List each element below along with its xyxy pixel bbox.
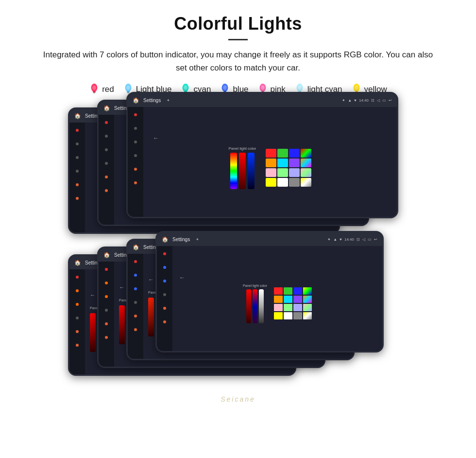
back-arrow-bd2: ← <box>119 284 125 291</box>
color-label-red: red <box>102 85 114 94</box>
svg-point-19 <box>261 86 264 90</box>
scr-icon-bd4: ▭ <box>368 237 372 242</box>
svg-rect-1 <box>93 91 96 93</box>
color-item-red: red <box>89 83 114 96</box>
grid-cell <box>301 178 311 187</box>
sidebar-bd3 <box>128 254 143 359</box>
grid-cell <box>289 149 300 158</box>
red-panel-strip-bd3 <box>148 298 154 336</box>
time-bd4: 14:40 <box>344 237 354 242</box>
svg-rect-5 <box>127 91 130 93</box>
vol-icon-bd4: ◁ <box>362 237 365 242</box>
grid-cell <box>289 168 300 177</box>
sidebar-bd1 <box>69 269 85 374</box>
svg-point-15 <box>223 86 227 90</box>
cam-icon-bd4: ⊡ <box>357 237 360 242</box>
red-panel-strip-bd2 <box>119 305 125 344</box>
settings-title-d3: Settings <box>143 98 161 103</box>
top-device-3: 🏠 Settings ✦ ✦ ▲ ♥ 14:40 ⊡ ◁ ▭ ↩ <box>126 92 398 218</box>
home-icon-d3: 🏠 <box>133 97 139 104</box>
grid-cell <box>266 159 276 167</box>
title-divider <box>228 39 248 40</box>
svg-point-7 <box>126 86 130 90</box>
bluetooth-icon: ✦ <box>342 98 345 103</box>
home-icon-d2: 🏠 <box>103 105 110 111</box>
sig-icon-bd4: ♥ <box>340 237 342 242</box>
grid-cell <box>301 168 311 177</box>
grid-cell <box>277 168 288 177</box>
back-arrow-bd4: ← <box>179 274 185 281</box>
back-icon: ↩ <box>389 98 392 103</box>
grid-cell <box>266 178 276 187</box>
home-icon-bd2: 🏠 <box>103 252 110 258</box>
grid-cell <box>266 168 276 177</box>
panel-label-bd4: Panel light color <box>243 284 267 287</box>
white-strip-bd4 <box>259 289 264 323</box>
bulb-icon-red <box>89 83 100 96</box>
bck-icon-bd4: ↩ <box>374 237 377 242</box>
grid-cell <box>301 149 311 158</box>
battery-icon: ♥ <box>354 98 357 103</box>
red-strip-bd4 <box>246 289 251 323</box>
grid-cell <box>289 178 300 187</box>
grid-cell <box>277 178 288 187</box>
sidebar-bd4 <box>157 246 172 351</box>
panel-label: Panel light color <box>229 146 256 151</box>
svg-point-27 <box>355 86 358 90</box>
mixed-strip-bd4 <box>253 289 257 323</box>
screen-icon: ▭ <box>382 98 386 103</box>
color-grid <box>266 149 311 187</box>
screen-main-bd4: ← Panel light color <box>172 246 382 351</box>
bottom-device-group: 🏠 Settings ✦ ← Panel li <box>68 254 408 400</box>
svg-point-3 <box>92 86 96 90</box>
color-grid-bd4 <box>274 287 312 319</box>
time-display: 14:40 <box>359 98 369 103</box>
grid-cell <box>277 149 288 158</box>
grid-cell <box>277 159 288 167</box>
rainbow-strip-1 <box>230 153 237 189</box>
wifi-icon-bd4: ▲ <box>333 237 337 242</box>
grid-cell <box>301 159 311 167</box>
red-strip-1 <box>239 153 246 189</box>
page-title: Colorful Lights <box>0 0 476 34</box>
home-icon-bd1: 🏠 <box>74 260 81 266</box>
grid-cell <box>289 159 300 167</box>
sidebar-d2 <box>99 115 114 225</box>
bottom-device-4: 🏠 Settings ✦ ✦ ▲ ♥ 14:40 ⊡ ◁ ▭ ↩ <box>155 231 384 352</box>
bt-icon-bd4: ✦ <box>327 237 331 242</box>
svg-rect-2 <box>93 93 95 94</box>
grid-cell <box>266 149 276 158</box>
settings-title-bd4: Settings <box>172 237 190 242</box>
page-description: Integrated with 7 colors of button indic… <box>29 48 447 74</box>
camera-icon: ⊡ <box>371 98 374 103</box>
wifi-icon: ▲ <box>348 98 352 103</box>
blue-strip-1 <box>248 153 255 189</box>
sidebar-d1 <box>69 123 85 232</box>
screen-main-d3: ← Panel light color <box>143 107 397 217</box>
back-arrow-bd3: ← <box>148 276 154 283</box>
home-icon-bd3: 🏠 <box>133 244 139 250</box>
svg-point-23 <box>298 86 301 90</box>
home-icon-bd4: 🏠 <box>162 236 169 243</box>
red-panel-strip-bd1 <box>90 313 96 352</box>
svg-point-11 <box>184 86 187 90</box>
sidebar-d3 <box>128 107 143 217</box>
home-icon-d1: 🏠 <box>74 113 81 119</box>
back-arrow-bd1: ← <box>90 292 96 299</box>
back-arrow-d3: ← <box>153 135 159 141</box>
sidebar-bd2 <box>99 262 114 367</box>
sound-icon: ◁ <box>377 98 380 103</box>
top-device-group: 🏠 Settings ← 🏠 <box>68 107 408 248</box>
